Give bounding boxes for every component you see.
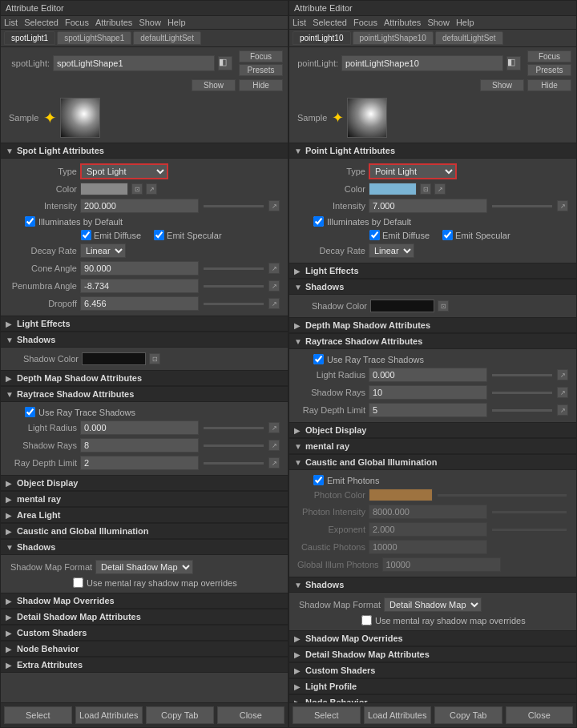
r-presets-button[interactable]: Presets (527, 64, 571, 76)
r-section-light-effects[interactable]: ▶ Light Effects (289, 263, 576, 279)
photon-color-slider[interactable] (438, 494, 567, 497)
map-format-select[interactable]: Detail Shadow Map (95, 560, 193, 574)
illuminates-checkbox[interactable] (25, 216, 35, 227)
type-select[interactable]: Spot Light (80, 163, 168, 179)
exponent-input[interactable] (369, 522, 487, 537)
right-node-input[interactable] (341, 55, 503, 71)
menu-attributes[interactable]: Attributes (95, 18, 132, 27)
r-menu-help[interactable]: Help (456, 18, 474, 27)
left-select-btn[interactable]: Select (4, 706, 72, 724)
section-area-light[interactable]: ▶ Area Light (1, 507, 288, 523)
tab-pointlight10[interactable]: pointLight10 (293, 31, 351, 45)
light-radius-icon[interactable]: ↗ (268, 422, 280, 433)
ray-depth-icon[interactable]: ↗ (268, 457, 280, 469)
dropoff-slider[interactable] (204, 303, 264, 305)
global-illum-input[interactable] (382, 557, 501, 572)
left-close-btn[interactable]: Close (217, 706, 285, 724)
section-shadow-map-overrides[interactable]: ▶ Shadow Map Overrides (1, 593, 288, 609)
right-scroll-area[interactable]: ▼ Point Light Attributes Type Point Ligh… (289, 143, 576, 702)
menu-focus[interactable]: Focus (65, 18, 89, 27)
r-shadow-color-swatch[interactable] (370, 300, 434, 312)
exponent-slider[interactable] (492, 529, 567, 531)
penumbra-icon[interactable]: ↗ (268, 280, 280, 292)
penumbra-slider[interactable] (204, 285, 264, 288)
penumbra-input[interactable] (80, 279, 199, 293)
r-menu-show[interactable]: Show (427, 18, 450, 27)
presets-button[interactable]: Presets (239, 64, 283, 76)
focus-button[interactable]: Focus (239, 50, 283, 62)
tab-defaultlightset[interactable]: defaultLightSet (133, 31, 201, 45)
shadow-rays-input[interactable] (80, 438, 199, 452)
r-section-shadows[interactable]: ▼ Shadows (289, 279, 576, 295)
r-mental-ray-shadow-checkbox[interactable] (361, 615, 372, 625)
right-node-icon1[interactable]: ◧ (506, 56, 521, 70)
r-section-shadows2[interactable]: ▼ Shadows (289, 577, 576, 593)
photon-intensity-input[interactable] (369, 505, 487, 519)
r-section-custom-shaders[interactable]: ▶ Custom Shaders (289, 662, 576, 678)
menu-selected[interactable]: Selected (24, 18, 59, 27)
r-map-format-select[interactable]: Detail Shadow Map (384, 597, 482, 612)
section-detail-shadow-map[interactable]: ▶ Detail Shadow Map Attributes (1, 609, 288, 625)
cone-angle-input[interactable] (80, 261, 199, 276)
section-mental-ray[interactable]: ▶ mental ray (1, 491, 288, 507)
r-emit-specular-checkbox[interactable] (442, 230, 453, 240)
r-ray-depth-slider[interactable] (492, 409, 552, 412)
emit-specular-checkbox[interactable] (154, 230, 164, 240)
r-illuminates-checkbox[interactable] (313, 216, 324, 227)
light-radius-input[interactable] (80, 420, 199, 435)
r-copy-tab-btn[interactable]: Copy Tab (434, 706, 502, 724)
r-focus-button[interactable]: Focus (527, 50, 571, 62)
left-load-btn[interactable]: Load Attributes (75, 706, 143, 724)
tab-pointlightshape10[interactable]: pointLightShape10 (353, 31, 434, 45)
photon-color-swatch[interactable] (369, 489, 433, 501)
r-use-ray-trace-checkbox[interactable] (313, 354, 324, 364)
section-object-display[interactable]: ▶ Object Display (1, 475, 288, 491)
r-shadow-rays-slider[interactable] (492, 392, 552, 394)
color-icon1[interactable]: ⊡ (131, 183, 143, 195)
light-radius-slider[interactable] (204, 427, 264, 429)
show-button[interactable]: Show (192, 79, 236, 91)
section-caustic-gi[interactable]: ▶ Caustic and Global Illumination (1, 523, 288, 539)
menu-help[interactable]: Help (167, 18, 186, 27)
r-hide-button[interactable]: Hide (527, 79, 571, 91)
r-shadow-rays-icon[interactable]: ↗ (557, 387, 568, 398)
menu-show[interactable]: Show (139, 18, 161, 27)
tab-spotlight1[interactable]: spotLight1 (4, 31, 55, 45)
r-light-radius-icon[interactable]: ↗ (557, 369, 568, 380)
r-section-caustic-gi[interactable]: ▼ Caustic and Global Illumination (289, 454, 576, 470)
r-menu-attributes[interactable]: Attributes (384, 18, 421, 27)
menu-list[interactable]: List (4, 18, 18, 27)
r-section-raytrace[interactable]: ▼ Raytrace Shadow Attributes (289, 333, 576, 349)
shadow-color-swatch[interactable] (82, 352, 146, 365)
r-section-mental-ray[interactable]: ▼ mental ray (289, 438, 576, 454)
section-light-effects[interactable]: ▶ Light Effects (1, 316, 288, 332)
r-intensity-input[interactable] (369, 199, 487, 213)
caustic-photons-input[interactable] (369, 540, 487, 554)
r-shadow-rays-input[interactable] (369, 385, 487, 400)
r-section-detail-shadow-map[interactable]: ▶ Detail Shadow Map Attributes (289, 646, 576, 662)
use-ray-trace-checkbox[interactable] (25, 407, 35, 417)
cone-angle-slider[interactable] (204, 267, 264, 270)
r-shadow-color-icon[interactable]: ⊡ (438, 300, 449, 312)
section-spot-light[interactable]: ▼ Spot Light Attributes (1, 143, 288, 159)
intensity-input[interactable] (80, 199, 199, 213)
left-node-icon1[interactable]: ◧ (218, 56, 232, 70)
r-decay-rate-select[interactable]: Linear (369, 243, 414, 258)
r-menu-selected[interactable]: Selected (313, 18, 347, 27)
ray-depth-input[interactable] (80, 456, 199, 470)
r-intensity-slider[interactable] (492, 205, 552, 207)
section-depth-map[interactable]: ▶ Depth Map Shadow Attributes (1, 370, 288, 386)
r-ray-depth-input[interactable] (369, 403, 487, 417)
photon-intensity-slider[interactable] (492, 511, 567, 513)
r-light-radius-slider[interactable] (492, 374, 552, 376)
hide-button[interactable]: Hide (239, 79, 283, 91)
r-section-shadow-map-overrides[interactable]: ▶ Shadow Map Overrides (289, 630, 576, 646)
mental-ray-shadow-checkbox[interactable] (73, 577, 83, 588)
r-load-btn[interactable]: Load Attributes (364, 706, 432, 724)
r-color-icon2[interactable]: ↗ (434, 183, 446, 195)
section-node-behavior[interactable]: ▶ Node Behavior (1, 641, 288, 657)
emit-photons-checkbox[interactable] (313, 475, 324, 485)
dropoff-icon[interactable]: ↗ (268, 298, 280, 309)
r-show-button[interactable]: Show (480, 79, 524, 91)
r-select-btn[interactable]: Select (293, 706, 361, 724)
